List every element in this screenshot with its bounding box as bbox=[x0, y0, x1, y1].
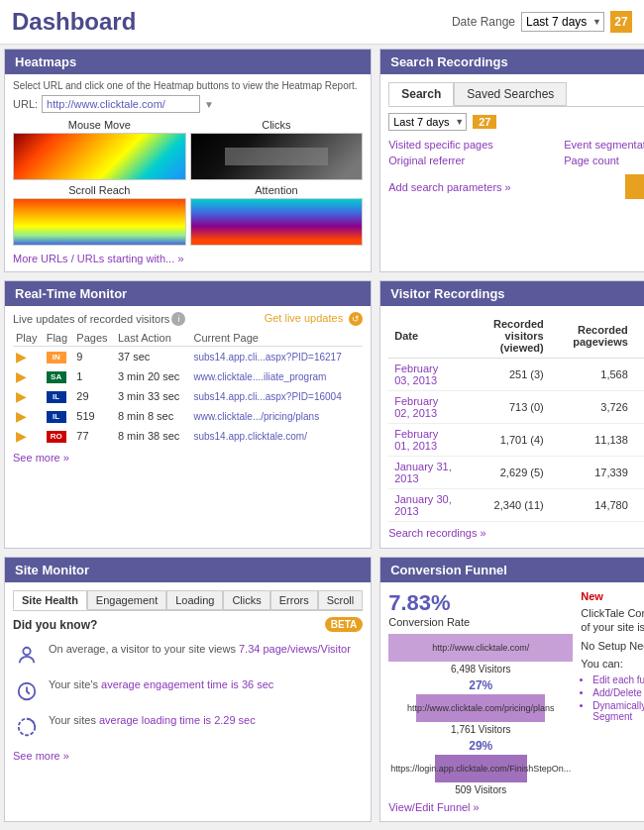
vr-visitors-cell: 2,340 (11) bbox=[459, 489, 550, 522]
vr-date-link[interactable]: February 02, 2013 bbox=[394, 395, 438, 419]
cf-rate-label: Conversion Rate bbox=[388, 616, 573, 628]
rtm-info-icon[interactable]: i bbox=[171, 312, 185, 326]
funnel-bar-2[interactable]: https://login.app.clicktale.com/FinishSt… bbox=[435, 755, 527, 782]
cf-sidebar-sub: No Setup Needed! bbox=[581, 639, 644, 653]
play-icon[interactable]: ▶ bbox=[16, 428, 27, 444]
sm-tab-engagement[interactable]: Engagement bbox=[87, 590, 166, 610]
heatmaps-header: Heatmaps bbox=[5, 50, 371, 74]
url-dropdown-icon[interactable]: ▼ bbox=[204, 99, 214, 110]
vr-per-cell: 6.55 bbox=[634, 424, 644, 457]
rtm-subtitle: Live updates of recorded visitors bbox=[13, 313, 169, 325]
table-row: February 03, 2013 251 (3) 1,568 6.25 bbox=[388, 359, 644, 391]
tab-saved-searches[interactable]: Saved Searches bbox=[454, 82, 567, 106]
beta-badge: BETA bbox=[325, 617, 363, 632]
view-funnel-link[interactable]: View/Edit Funnel » bbox=[388, 801, 573, 813]
vr-per-cell: 6.60 bbox=[634, 457, 644, 489]
col-play: Play bbox=[13, 330, 44, 347]
current-page-cell: subs14.app.clicktale.com/ bbox=[190, 426, 363, 446]
pages-cell: 9 bbox=[73, 347, 115, 367]
tab-search[interactable]: Search bbox=[388, 82, 454, 106]
page-count-link[interactable]: Page count bbox=[564, 155, 644, 166]
table-row: ▶ IN 9 37 sec subs14.app.cli...aspx?PID=… bbox=[13, 347, 363, 367]
current-page-cell: subs14.app.cli...aspx?PID=16217 bbox=[190, 347, 363, 367]
vr-date-link[interactable]: January 31, 2013 bbox=[394, 461, 451, 484]
vr-header: Visitor Recordings bbox=[380, 281, 644, 306]
heatmap-url-input[interactable] bbox=[42, 95, 200, 113]
page-link[interactable]: www.clicktale....iliate_program bbox=[193, 371, 326, 382]
sm-tab-scroll[interactable]: Scroll bbox=[318, 590, 364, 610]
vr-date-cell: February 03, 2013 bbox=[388, 359, 459, 391]
vr-col-pageviews: Recorded pageviews bbox=[550, 314, 634, 359]
page-link[interactable]: www.clicktale.../pricing/plans bbox=[193, 411, 319, 422]
play-btn-cell[interactable]: ▶ bbox=[13, 347, 44, 367]
more-urls-link[interactable]: More URLs / URLs starting with... bbox=[13, 253, 174, 264]
last-action-cell: 3 min 33 sec bbox=[115, 386, 191, 406]
vr-date-cell: February 01, 2013 bbox=[388, 424, 459, 457]
sm-tab-site-health[interactable]: Site Health bbox=[13, 590, 87, 610]
page-link[interactable]: subs14.app.cli...aspx?PID=16004 bbox=[193, 391, 341, 402]
cf-rate: 7.83% bbox=[388, 590, 573, 616]
page-link[interactable]: subs14.app.clicktale.com/ bbox=[193, 431, 307, 442]
mousemove-image[interactable] bbox=[13, 133, 186, 180]
page-header: Dashboard Date Range Last 7 days ▼ 27 bbox=[0, 0, 644, 45]
heatmaps-panel: Heatmaps Select URL and click one of the… bbox=[4, 49, 372, 272]
live-refresh-icon: ↺ bbox=[349, 312, 363, 326]
table-row: February 01, 2013 1,701 (4) 11,138 6.55 bbox=[388, 424, 644, 457]
stat2-highlight: average engagement time is 36 sec bbox=[101, 678, 273, 690]
sm-tab-clicks[interactable]: Clicks bbox=[223, 590, 269, 610]
rtm-top: Live updates of recorded visitors i Get … bbox=[13, 312, 363, 326]
attention-image[interactable] bbox=[190, 198, 364, 246]
mousemove-label: Mouse Move bbox=[13, 119, 186, 131]
play-icon[interactable]: ▶ bbox=[16, 349, 27, 364]
play-icon[interactable]: ▶ bbox=[16, 368, 27, 384]
sm-more-link[interactable]: See more » bbox=[13, 750, 69, 762]
vr-visitors-cell: 1,701 (4) bbox=[459, 424, 550, 457]
svg-point-0 bbox=[23, 648, 30, 655]
last-action-cell: 37 sec bbox=[115, 347, 191, 367]
heatmaps-instruction: Select URL and click one of the Heatmap … bbox=[13, 80, 363, 91]
cf-left: 7.83% Conversion Rate http://www.clickta… bbox=[388, 590, 573, 813]
heatmap-grid: Mouse Move Clicks Scroll Reach Attention bbox=[13, 119, 363, 246]
scroll-label: Scroll Reach bbox=[13, 184, 186, 196]
scroll-image[interactable] bbox=[13, 198, 186, 246]
vr-date-link[interactable]: February 01, 2013 bbox=[394, 428, 438, 452]
search-recordings-link[interactable]: Search recordings » bbox=[388, 527, 485, 539]
vr-date-link[interactable]: February 03, 2013 bbox=[394, 363, 438, 386]
play-icon[interactable]: ▶ bbox=[16, 408, 27, 424]
search-button[interactable]: SEARCH bbox=[625, 174, 644, 199]
sm-tab-loading[interactable]: Loading bbox=[166, 590, 223, 610]
funnel-bar-0[interactable]: http://www.clicktale.com/ bbox=[388, 634, 573, 662]
table-row: ▶ IL 29 3 min 33 sec subs14.app.cli...as… bbox=[13, 386, 363, 406]
realtime-monitor-panel: Real-Time Monitor Live updates of record… bbox=[4, 280, 372, 549]
vr-date-link[interactable]: January 30, 2013 bbox=[394, 493, 451, 517]
cf-right: New ClickTale Conversion Funnel of your … bbox=[581, 590, 644, 813]
search-date-select[interactable]: Last 7 days bbox=[388, 113, 467, 131]
calendar-button[interactable]: 27 bbox=[610, 11, 632, 33]
play-btn-cell[interactable]: ▶ bbox=[13, 426, 44, 446]
play-btn-cell[interactable]: ▶ bbox=[13, 386, 44, 406]
event-segmentation-link[interactable]: Event segmentation bbox=[564, 139, 644, 151]
play-btn-cell[interactable]: ▶ bbox=[13, 406, 44, 426]
country-flag: SA bbox=[47, 371, 66, 383]
vr-date-cell: January 30, 2013 bbox=[388, 489, 459, 522]
add-params-link[interactable]: Add search parameters » bbox=[388, 181, 511, 193]
rtm-see-more[interactable]: See more » bbox=[13, 452, 363, 464]
clicks-image[interactable] bbox=[190, 133, 364, 180]
loading-icon bbox=[13, 713, 41, 741]
page-link[interactable]: subs14.app.cli...aspx?PID=16217 bbox=[193, 352, 341, 363]
cf-action-item: Dynamically Filter and Segment bbox=[592, 700, 644, 722]
play-icon[interactable]: ▶ bbox=[16, 388, 27, 404]
play-btn-cell[interactable]: ▶ bbox=[13, 366, 44, 386]
original-referrer-link[interactable]: Original referrer bbox=[388, 155, 544, 166]
country-flag: IL bbox=[47, 391, 66, 403]
visited-pages-link[interactable]: Visited specific pages bbox=[388, 139, 544, 151]
heatmap-attention: Attention bbox=[190, 184, 364, 246]
funnel-bar-1[interactable]: http://www.clicktale.com/pricing/plans bbox=[416, 694, 545, 722]
funnel-visitors-1: 1,761 Visitors bbox=[388, 724, 573, 735]
rtm-live-link[interactable]: Get live updates ↺ bbox=[265, 312, 364, 326]
heatmap-clicks: Clicks bbox=[190, 119, 364, 180]
sm-tab-errors[interactable]: Errors bbox=[270, 590, 318, 610]
date-range-select[interactable]: Last 7 days bbox=[521, 12, 604, 32]
flag-cell: IL bbox=[44, 406, 74, 426]
flag-cell: RO bbox=[44, 426, 74, 446]
